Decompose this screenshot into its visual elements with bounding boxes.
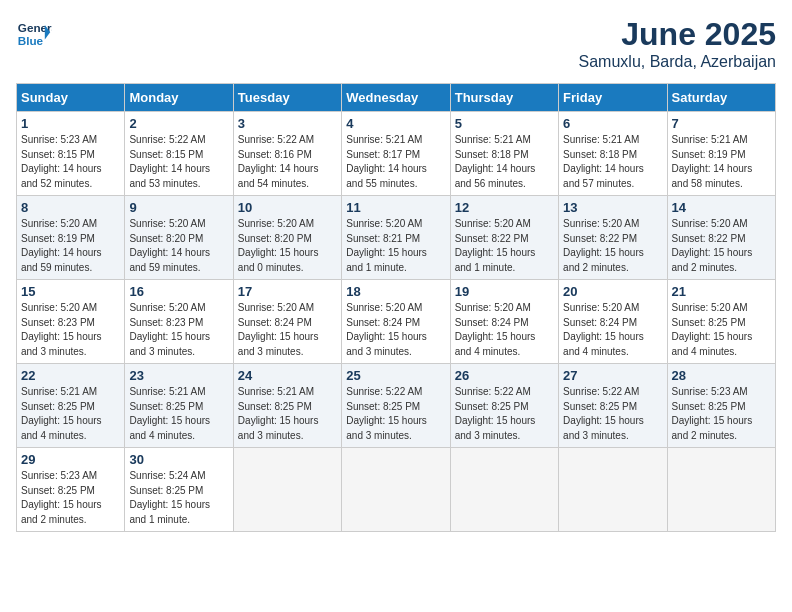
weekday-header-saturday: Saturday <box>667 84 775 112</box>
calendar-week-2: 8Sunrise: 5:20 AM Sunset: 8:19 PM Daylig… <box>17 196 776 280</box>
calendar-cell <box>559 448 667 532</box>
day-number: 1 <box>21 116 120 131</box>
day-info: Sunrise: 5:23 AM Sunset: 8:25 PM Dayligh… <box>672 385 771 443</box>
calendar-cell: 17Sunrise: 5:20 AM Sunset: 8:24 PM Dayli… <box>233 280 341 364</box>
calendar-cell <box>667 448 775 532</box>
day-number: 13 <box>563 200 662 215</box>
day-info: Sunrise: 5:20 AM Sunset: 8:25 PM Dayligh… <box>672 301 771 359</box>
day-info: Sunrise: 5:21 AM Sunset: 8:19 PM Dayligh… <box>672 133 771 191</box>
day-info: Sunrise: 5:20 AM Sunset: 8:19 PM Dayligh… <box>21 217 120 275</box>
day-number: 30 <box>129 452 228 467</box>
day-info: Sunrise: 5:21 AM Sunset: 8:17 PM Dayligh… <box>346 133 445 191</box>
day-number: 2 <box>129 116 228 131</box>
calendar-cell: 2Sunrise: 5:22 AM Sunset: 8:15 PM Daylig… <box>125 112 233 196</box>
day-number: 28 <box>672 368 771 383</box>
calendar-table: SundayMondayTuesdayWednesdayThursdayFrid… <box>16 83 776 532</box>
weekday-header-row: SundayMondayTuesdayWednesdayThursdayFrid… <box>17 84 776 112</box>
day-number: 21 <box>672 284 771 299</box>
calendar-cell: 29Sunrise: 5:23 AM Sunset: 8:25 PM Dayli… <box>17 448 125 532</box>
calendar-cell: 30Sunrise: 5:24 AM Sunset: 8:25 PM Dayli… <box>125 448 233 532</box>
day-number: 16 <box>129 284 228 299</box>
day-info: Sunrise: 5:21 AM Sunset: 8:25 PM Dayligh… <box>21 385 120 443</box>
day-number: 20 <box>563 284 662 299</box>
day-info: Sunrise: 5:20 AM Sunset: 8:24 PM Dayligh… <box>455 301 554 359</box>
weekday-header-monday: Monday <box>125 84 233 112</box>
day-number: 29 <box>21 452 120 467</box>
calendar-cell: 21Sunrise: 5:20 AM Sunset: 8:25 PM Dayli… <box>667 280 775 364</box>
calendar-cell: 15Sunrise: 5:20 AM Sunset: 8:23 PM Dayli… <box>17 280 125 364</box>
title-area: June 2025 Samuxlu, Barda, Azerbaijan <box>579 16 776 71</box>
logo-icon: General Blue <box>16 16 52 52</box>
calendar-week-4: 22Sunrise: 5:21 AM Sunset: 8:25 PM Dayli… <box>17 364 776 448</box>
day-number: 9 <box>129 200 228 215</box>
logo: General Blue <box>16 16 52 52</box>
calendar-cell: 25Sunrise: 5:22 AM Sunset: 8:25 PM Dayli… <box>342 364 450 448</box>
day-info: Sunrise: 5:20 AM Sunset: 8:24 PM Dayligh… <box>238 301 337 359</box>
calendar-week-3: 15Sunrise: 5:20 AM Sunset: 8:23 PM Dayli… <box>17 280 776 364</box>
day-info: Sunrise: 5:21 AM Sunset: 8:18 PM Dayligh… <box>455 133 554 191</box>
day-info: Sunrise: 5:20 AM Sunset: 8:21 PM Dayligh… <box>346 217 445 275</box>
day-info: Sunrise: 5:21 AM Sunset: 8:18 PM Dayligh… <box>563 133 662 191</box>
calendar-cell: 19Sunrise: 5:20 AM Sunset: 8:24 PM Dayli… <box>450 280 558 364</box>
weekday-header-friday: Friday <box>559 84 667 112</box>
day-number: 7 <box>672 116 771 131</box>
calendar-cell: 13Sunrise: 5:20 AM Sunset: 8:22 PM Dayli… <box>559 196 667 280</box>
day-info: Sunrise: 5:21 AM Sunset: 8:25 PM Dayligh… <box>238 385 337 443</box>
day-info: Sunrise: 5:20 AM Sunset: 8:23 PM Dayligh… <box>129 301 228 359</box>
day-number: 25 <box>346 368 445 383</box>
day-number: 27 <box>563 368 662 383</box>
svg-text:Blue: Blue <box>18 34 44 47</box>
day-number: 22 <box>21 368 120 383</box>
day-number: 18 <box>346 284 445 299</box>
calendar-cell <box>233 448 341 532</box>
calendar-cell: 5Sunrise: 5:21 AM Sunset: 8:18 PM Daylig… <box>450 112 558 196</box>
calendar-cell: 23Sunrise: 5:21 AM Sunset: 8:25 PM Dayli… <box>125 364 233 448</box>
day-info: Sunrise: 5:20 AM Sunset: 8:23 PM Dayligh… <box>21 301 120 359</box>
day-info: Sunrise: 5:20 AM Sunset: 8:22 PM Dayligh… <box>455 217 554 275</box>
calendar-cell: 24Sunrise: 5:21 AM Sunset: 8:25 PM Dayli… <box>233 364 341 448</box>
calendar-cell: 14Sunrise: 5:20 AM Sunset: 8:22 PM Dayli… <box>667 196 775 280</box>
weekday-header-thursday: Thursday <box>450 84 558 112</box>
day-number: 6 <box>563 116 662 131</box>
day-number: 8 <box>21 200 120 215</box>
day-info: Sunrise: 5:23 AM Sunset: 8:15 PM Dayligh… <box>21 133 120 191</box>
month-title: June 2025 <box>579 16 776 53</box>
day-info: Sunrise: 5:20 AM Sunset: 8:24 PM Dayligh… <box>346 301 445 359</box>
calendar-cell: 10Sunrise: 5:20 AM Sunset: 8:20 PM Dayli… <box>233 196 341 280</box>
day-info: Sunrise: 5:21 AM Sunset: 8:25 PM Dayligh… <box>129 385 228 443</box>
calendar-cell: 27Sunrise: 5:22 AM Sunset: 8:25 PM Dayli… <box>559 364 667 448</box>
calendar-cell <box>450 448 558 532</box>
calendar-cell: 12Sunrise: 5:20 AM Sunset: 8:22 PM Dayli… <box>450 196 558 280</box>
calendar-cell: 26Sunrise: 5:22 AM Sunset: 8:25 PM Dayli… <box>450 364 558 448</box>
weekday-header-sunday: Sunday <box>17 84 125 112</box>
day-number: 19 <box>455 284 554 299</box>
calendar-cell: 20Sunrise: 5:20 AM Sunset: 8:24 PM Dayli… <box>559 280 667 364</box>
day-info: Sunrise: 5:20 AM Sunset: 8:20 PM Dayligh… <box>238 217 337 275</box>
day-number: 17 <box>238 284 337 299</box>
day-info: Sunrise: 5:20 AM Sunset: 8:24 PM Dayligh… <box>563 301 662 359</box>
day-number: 15 <box>21 284 120 299</box>
page-header: General Blue June 2025 Samuxlu, Barda, A… <box>16 16 776 71</box>
weekday-header-tuesday: Tuesday <box>233 84 341 112</box>
day-number: 3 <box>238 116 337 131</box>
day-info: Sunrise: 5:22 AM Sunset: 8:16 PM Dayligh… <box>238 133 337 191</box>
calendar-cell: 11Sunrise: 5:20 AM Sunset: 8:21 PM Dayli… <box>342 196 450 280</box>
day-number: 26 <box>455 368 554 383</box>
day-number: 4 <box>346 116 445 131</box>
calendar-cell: 28Sunrise: 5:23 AM Sunset: 8:25 PM Dayli… <box>667 364 775 448</box>
weekday-header-wednesday: Wednesday <box>342 84 450 112</box>
day-info: Sunrise: 5:24 AM Sunset: 8:25 PM Dayligh… <box>129 469 228 527</box>
day-number: 10 <box>238 200 337 215</box>
day-number: 14 <box>672 200 771 215</box>
day-number: 5 <box>455 116 554 131</box>
day-number: 24 <box>238 368 337 383</box>
day-info: Sunrise: 5:20 AM Sunset: 8:22 PM Dayligh… <box>672 217 771 275</box>
calendar-cell: 6Sunrise: 5:21 AM Sunset: 8:18 PM Daylig… <box>559 112 667 196</box>
calendar-cell: 1Sunrise: 5:23 AM Sunset: 8:15 PM Daylig… <box>17 112 125 196</box>
day-number: 11 <box>346 200 445 215</box>
calendar-cell: 4Sunrise: 5:21 AM Sunset: 8:17 PM Daylig… <box>342 112 450 196</box>
day-number: 12 <box>455 200 554 215</box>
day-info: Sunrise: 5:22 AM Sunset: 8:25 PM Dayligh… <box>455 385 554 443</box>
calendar-cell: 9Sunrise: 5:20 AM Sunset: 8:20 PM Daylig… <box>125 196 233 280</box>
calendar-week-1: 1Sunrise: 5:23 AM Sunset: 8:15 PM Daylig… <box>17 112 776 196</box>
